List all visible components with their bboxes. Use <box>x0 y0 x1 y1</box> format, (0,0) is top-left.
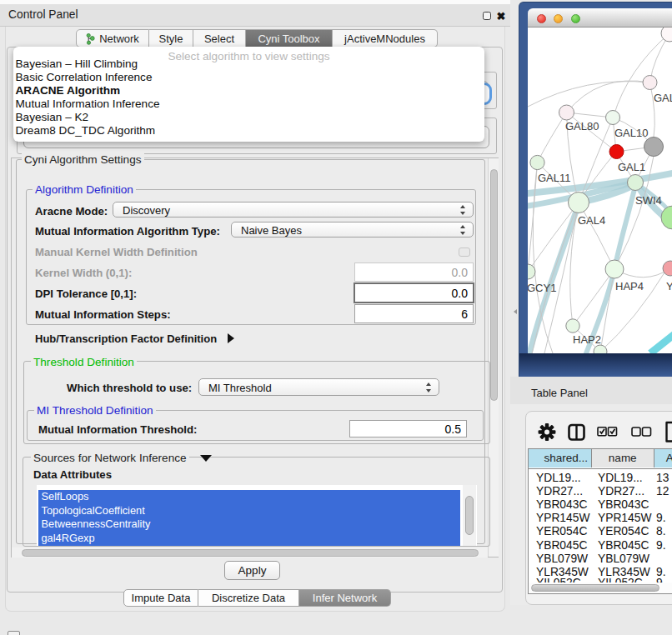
svg-text:GAL4: GAL4 <box>578 214 605 227</box>
svg-text:HAP2: HAP2 <box>573 333 601 346</box>
svg-text:GCY1: GCY1 <box>528 282 556 294</box>
svg-text:SWI4: SWI4 <box>635 194 662 207</box>
svg-text:GAL11: GAL11 <box>538 172 571 184</box>
svg-text:HAP4: HAP4 <box>615 280 644 292</box>
svg-text:Y: Y <box>666 280 672 292</box>
svg-text:GAL: GAL <box>654 92 672 104</box>
svg-text:GAL1: GAL1 <box>618 161 645 173</box>
svg-text:GAL80: GAL80 <box>565 120 599 132</box>
svg-text:GAL10: GAL10 <box>614 127 648 139</box>
